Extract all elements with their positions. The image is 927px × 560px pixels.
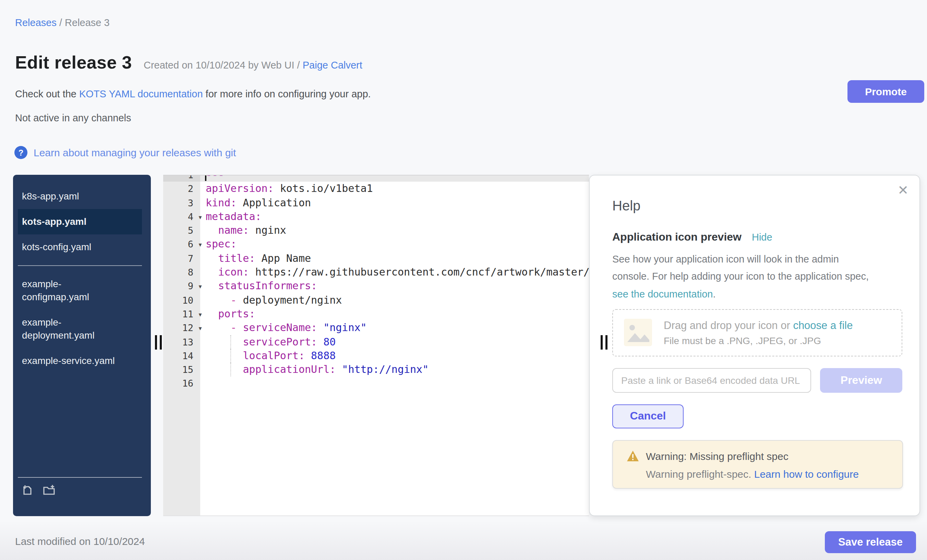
see-documentation-link[interactable]: see the documentation bbox=[612, 288, 713, 299]
last-modified-text: Last modified on 10/10/2024 bbox=[15, 535, 145, 547]
line-number: 16 bbox=[163, 376, 200, 391]
description-line-2: console. For help adding your icon to th… bbox=[612, 269, 902, 286]
preview-button[interactable]: Preview bbox=[821, 368, 902, 393]
text-cursor bbox=[205, 175, 207, 181]
fold-arrow-icon[interactable]: ▾ bbox=[195, 308, 205, 322]
file-name: kots-config.yaml bbox=[22, 241, 91, 253]
line-number: 6 bbox=[163, 238, 200, 252]
yaml-editor[interactable]: 1---2apiVersion: kots.io/v1beta13kind: A… bbox=[163, 175, 589, 516]
created-info: Created on 10/10/2024 by Web UI / Paige … bbox=[144, 60, 362, 71]
code-text: - deployment/nginx bbox=[206, 293, 342, 307]
sidebar-resize-handle[interactable] bbox=[155, 335, 162, 349]
icon-dropzone[interactable]: Drag and drop your icon or choose a file… bbox=[612, 309, 902, 357]
line-number: 2 bbox=[163, 182, 200, 196]
fold-arrow-icon[interactable]: ▾ bbox=[195, 238, 205, 252]
line-number: 5 bbox=[163, 223, 200, 238]
help-title: Help bbox=[612, 198, 902, 214]
warning-configure-link[interactable]: Learn how to configure bbox=[754, 468, 859, 480]
intro-text: Check out the KOTS YAML documentation fo… bbox=[15, 88, 371, 99]
line-number: 13 bbox=[163, 335, 200, 349]
code-text: spec: bbox=[206, 238, 237, 252]
sidebar-item-example-service-yaml[interactable]: example-service.yaml bbox=[18, 348, 142, 373]
channel-status: Not active in any channels bbox=[15, 112, 131, 123]
new-file-icon[interactable] bbox=[22, 484, 33, 496]
page: Releases / Release 3 Edit release 3 Crea… bbox=[0, 0, 927, 560]
git-releases-link[interactable]: Learn about managing your releases with … bbox=[33, 147, 236, 158]
warning-title: Warning: Missing preflight spec bbox=[646, 450, 789, 462]
code-line[interactable]: 15 applicationUrl: "http://nginx" bbox=[163, 363, 589, 376]
created-by-link[interactable]: Paige Calvert bbox=[303, 60, 362, 71]
code-line[interactable]: 8 icon: https://raw.githubusercontent.co… bbox=[163, 265, 589, 279]
hide-link[interactable]: Hide bbox=[752, 232, 772, 243]
sidebar-item-example-deployment-yaml[interactable]: example-deployment.yaml bbox=[18, 310, 142, 348]
code-line[interactable]: 14 localPort: 8888 bbox=[163, 349, 589, 363]
icon-preview-section-header: Application icon preview Hide bbox=[612, 231, 902, 243]
line-number: 10 bbox=[163, 293, 200, 307]
cancel-button[interactable]: Cancel bbox=[612, 404, 684, 428]
description-line-3: see the documentation. bbox=[612, 285, 902, 303]
file-sidebar: k8s-app.yamlkots-app.yamlkots-config.yam… bbox=[13, 175, 151, 516]
help-panel: ✕ Help Application icon preview Hide See… bbox=[589, 175, 920, 516]
image-placeholder-icon bbox=[624, 319, 652, 346]
fold-arrow-icon[interactable]: ▾ bbox=[195, 211, 205, 225]
intro-prefix: Check out the bbox=[15, 88, 79, 99]
fold-arrow-icon[interactable]: ▾ bbox=[195, 280, 205, 294]
sidebar-item-example-configmap-yaml[interactable]: example-configmap.yaml bbox=[18, 272, 142, 310]
code-line[interactable]: 16 bbox=[163, 376, 589, 391]
code-line[interactable]: 10 - deployment/nginx bbox=[163, 293, 589, 307]
breadcrumb: Releases / Release 3 bbox=[15, 17, 110, 28]
file-name: example-deployment.yaml bbox=[22, 316, 119, 342]
line-number: 1 bbox=[163, 175, 200, 182]
question-mark-icon: ? bbox=[14, 146, 27, 159]
code-line[interactable]: 4▾metadata: bbox=[163, 210, 589, 224]
icon-url-input[interactable] bbox=[612, 368, 812, 393]
breadcrumb-separator: / bbox=[59, 17, 62, 28]
line-number: 12 bbox=[163, 321, 200, 335]
code-line[interactable]: 11▾ ports: bbox=[163, 307, 589, 321]
line-number: 11 bbox=[163, 307, 200, 321]
code-line[interactable]: 6▾spec: bbox=[163, 238, 589, 252]
breadcrumb-releases-link[interactable]: Releases bbox=[15, 17, 56, 28]
save-release-button[interactable]: Save release bbox=[825, 531, 916, 553]
code-line[interactable]: 2apiVersion: kots.io/v1beta1 bbox=[163, 182, 589, 196]
created-text: Created on 10/10/2024 by Web UI / bbox=[144, 60, 300, 71]
sidebar-item-kots-config-yaml[interactable]: kots-config.yaml bbox=[18, 234, 142, 260]
sidebar-item-k8s-app-yaml[interactable]: k8s-app.yaml bbox=[18, 184, 142, 209]
page-title: Edit release 3 bbox=[15, 52, 132, 73]
code-text: icon: https://raw.githubusercontent.com/… bbox=[206, 265, 589, 279]
code-line[interactable]: 9▾ statusInformers: bbox=[163, 279, 589, 293]
breadcrumb-current: Release 3 bbox=[65, 17, 110, 28]
line-number: 14 bbox=[163, 349, 200, 363]
fold-arrow-icon[interactable]: ▾ bbox=[195, 322, 205, 336]
sidebar-divider bbox=[18, 265, 142, 266]
line-number: 9 bbox=[163, 279, 200, 293]
code-line[interactable]: 3kind: Application bbox=[163, 196, 589, 210]
code-text: name: nginx bbox=[206, 223, 286, 238]
description-line-1: See how your application icon will look … bbox=[612, 251, 902, 269]
warning-box: Warning: Missing preflight spec Warning … bbox=[612, 440, 903, 489]
kots-yaml-docs-link[interactable]: KOTS YAML documentation bbox=[79, 88, 203, 99]
kots-file-list: k8s-app.yamlkots-app.yamlkots-config.yam… bbox=[13, 184, 151, 260]
line-number: 3 bbox=[163, 196, 200, 210]
code-line[interactable]: 7 title: App Name bbox=[163, 252, 589, 266]
editor-resize-handle[interactable] bbox=[600, 335, 608, 349]
description-period: . bbox=[713, 288, 716, 299]
sidebar-item-kots-app-yaml[interactable]: kots-app.yaml bbox=[18, 209, 142, 234]
code-line[interactable]: 13 servicePort: 80 bbox=[163, 335, 589, 349]
choose-file-link[interactable]: choose a file bbox=[793, 319, 853, 331]
file-name: k8s-app.yaml bbox=[22, 190, 79, 203]
example-file-list: example-configmap.yamlexample-deployment… bbox=[13, 272, 151, 373]
close-icon[interactable]: ✕ bbox=[898, 184, 909, 197]
warning-body: Warning preflight-spec. bbox=[646, 468, 754, 480]
code-text: - serviceName: "nginx" bbox=[206, 321, 367, 335]
code-text: statusInformers: bbox=[206, 279, 317, 293]
code-text: title: App Name bbox=[206, 252, 311, 266]
section-title: Application icon preview bbox=[612, 231, 742, 243]
sidebar-actions bbox=[18, 477, 142, 496]
promote-button[interactable]: Promote bbox=[848, 80, 924, 103]
new-folder-icon[interactable] bbox=[43, 484, 56, 496]
code-line[interactable]: 5 name: nginx bbox=[163, 223, 589, 238]
code-line[interactable]: 12▾ - serviceName: "nginx" bbox=[163, 321, 589, 335]
code-line[interactable]: 1--- bbox=[163, 175, 589, 182]
git-help-row: ? Learn about managing your releases wit… bbox=[14, 146, 236, 159]
